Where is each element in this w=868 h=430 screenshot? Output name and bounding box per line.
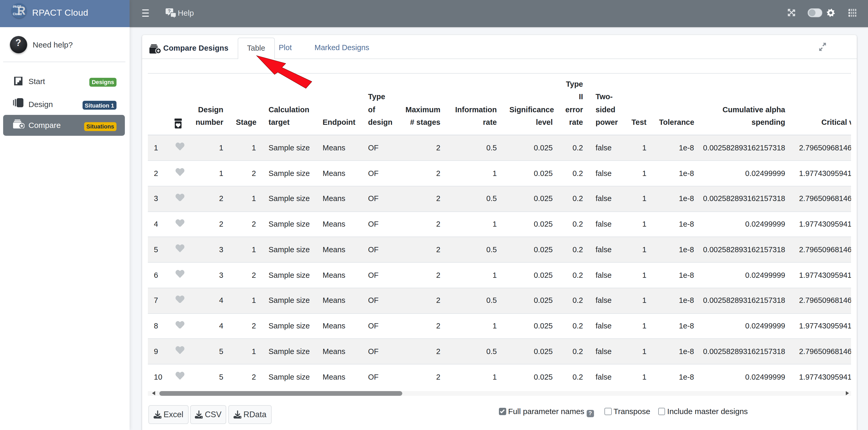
svg-text:?: ? xyxy=(168,9,171,14)
